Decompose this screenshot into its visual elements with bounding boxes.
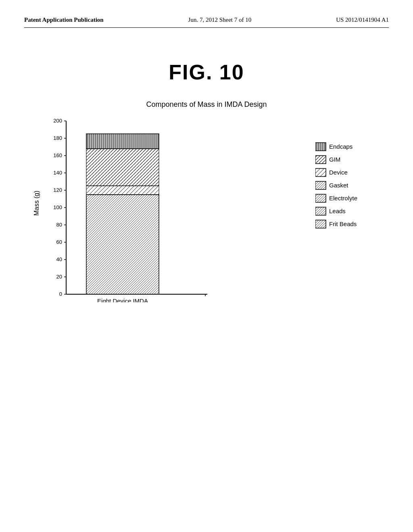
- svg-text:Eight Device IMDA: Eight Device IMDA: [97, 297, 148, 302]
- chart-with-legend: Mass (g): [33, 117, 380, 302]
- svg-text:Leads: Leads: [329, 208, 346, 214]
- svg-rect-35: [86, 149, 159, 186]
- svg-rect-48: [315, 168, 326, 177]
- header-center: Jun. 7, 2012 Sheet 7 of 10: [188, 16, 252, 24]
- svg-text:Device: Device: [329, 169, 348, 176]
- chart-title: Components of Mass in IMDA Design: [146, 100, 267, 109]
- svg-rect-50: [315, 181, 326, 189]
- svg-text:Endcaps: Endcaps: [329, 143, 353, 150]
- svg-text:140: 140: [53, 170, 62, 176]
- svg-text:20: 20: [56, 274, 62, 280]
- svg-rect-46: [315, 156, 326, 164]
- chart-svg: 0 20 40 60 80: [46, 117, 215, 302]
- header-left: Patent Application Publication: [24, 16, 104, 24]
- svg-text:120: 120: [53, 187, 62, 193]
- svg-text:40: 40: [56, 256, 62, 262]
- legend: Endcaps GIM Device Gasket Electrolyte: [315, 141, 380, 231]
- svg-rect-44: [315, 143, 326, 151]
- svg-text:Frit Beads: Frit Beads: [329, 220, 357, 227]
- chart-area: 0 20 40 60 80: [44, 117, 303, 302]
- svg-text:200: 200: [53, 118, 62, 124]
- y-axis-label: Mass (g): [33, 191, 40, 216]
- svg-rect-36: [86, 134, 159, 149]
- header-right: US 2012/0141904 A1: [336, 16, 389, 24]
- svg-rect-54: [315, 207, 326, 215]
- page-header: Patent Application Publication Jun. 7, 2…: [24, 16, 389, 28]
- svg-text:Gasket: Gasket: [329, 182, 348, 189]
- svg-text:80: 80: [56, 222, 62, 228]
- svg-rect-33: [86, 195, 159, 294]
- svg-text:180: 180: [53, 135, 62, 141]
- svg-rect-52: [315, 194, 326, 202]
- svg-rect-34: [86, 186, 159, 195]
- svg-text:GIM: GIM: [329, 156, 340, 163]
- svg-text:0: 0: [59, 291, 62, 297]
- figure-title: FIG. 10: [24, 60, 389, 84]
- svg-rect-56: [315, 220, 326, 228]
- chart-section: Components of Mass in IMDA Design Mass (…: [24, 100, 389, 302]
- svg-text:60: 60: [56, 239, 62, 245]
- chart-plot: 0 20 40 60 80: [44, 117, 215, 302]
- svg-text:160: 160: [53, 152, 62, 158]
- svg-text:100: 100: [53, 204, 62, 210]
- legend-svg: Endcaps GIM Device Gasket Electrolyte: [315, 141, 380, 230]
- svg-text:Electrolyte: Electrolyte: [329, 195, 357, 202]
